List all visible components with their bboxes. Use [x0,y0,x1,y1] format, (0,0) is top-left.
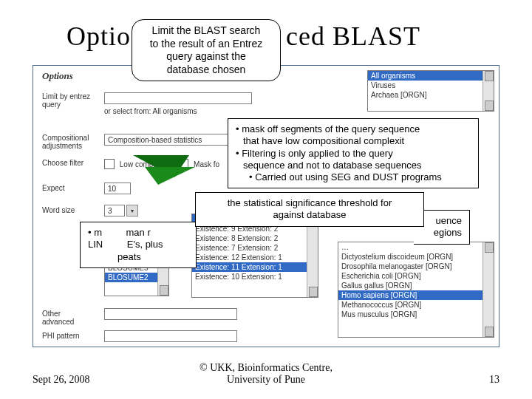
word-value: 3 [108,207,112,215]
pointer-triangle [145,167,195,185]
title-back: ced BLAST [286,21,420,51]
callout-line: LIN E's, plus [88,239,188,250]
word-wrap: 3 ▾ [104,205,138,216]
callout-line: sequence and not to database sequences [236,160,471,171]
options-header: Options [42,70,73,82]
footer-center: © UKK, Bioinformatics Centre, University… [0,362,532,386]
label-other: Other advanced [42,310,94,326]
scrollbar[interactable] [307,214,318,297]
list-item[interactable]: Homo sapiens [ORGN] [338,290,494,300]
callout-line: • mask off segments of the query sequenc… [236,123,471,135]
limit-input-wrap [104,92,252,106]
callout-repeats: • m man r LIN E's, plus peats [80,222,197,268]
label-mask: Mask fo [194,160,219,168]
label-expect: Expect [42,184,94,192]
list-item[interactable]: Dictyostelium discoideum [ORGN] [338,252,494,262]
callout-line: peats [88,251,188,263]
comp-value: Composition-based statistics [108,136,202,144]
frag: E's, plus [127,239,163,250]
organism-listbox-bottom[interactable]: … Dictyostelium discoideum [ORGN] Drosop… [338,242,494,338]
label-limit: Limit by entrez query [42,92,94,109]
footer-page: 13 [489,374,499,386]
checkbox-lowcomplexity[interactable] [104,159,115,169]
list-item[interactable]: Existence: 8 Extension: 2 [192,233,318,243]
list-item[interactable]: Mus musculus [ORGN] [338,310,494,319]
dropdown-icon[interactable]: ▾ [126,205,138,216]
list-item[interactable]: Viruses [368,81,494,90]
callout-line: egions [421,227,462,239]
callout-line: query against the [140,50,273,64]
callout-line: uence [421,215,462,227]
expect-input[interactable]: 10 [104,183,131,194]
frag: • m [88,227,102,238]
callout-line: the statistical significance threshold f… [203,197,416,209]
callout-line: that have low compositional complexit [236,135,471,147]
list-item[interactable]: Gallus gallus [ORGN] [338,281,494,290]
phi-wrap [104,330,237,344]
frag: man r [126,227,151,238]
callout-stat: the statistical significance threshold f… [195,192,424,227]
comp-select[interactable]: Composition-based statistics [104,134,237,146]
entrez-query-input[interactable] [104,92,252,104]
footer-center-1: © UKK, Bioinformatics Centre, [200,362,332,373]
list-item[interactable]: Methanococcus [ORGN] [338,300,494,310]
list-item[interactable]: All organisms [368,71,494,81]
callout-line: Limit the BLAST search [140,24,273,38]
title-front: Optio [66,21,131,51]
callout-line: to the result of an Entrez [140,38,273,51]
list-item[interactable]: Existence: 10 Extension: 1 [192,272,318,282]
label-filter: Choose filter [42,159,94,167]
phi-input[interactable] [104,330,237,342]
list-item[interactable]: Drosophila melanogaster [ORGN] [338,262,494,271]
list-item[interactable]: Existence: 11 Extension: 1 [192,262,318,272]
organism-listbox-top[interactable]: All organisms Viruses Archaea [ORGN] [367,70,494,112]
label-comp: Compositional adjustments [42,134,94,150]
other-input[interactable] [104,308,237,320]
list-item[interactable]: Archaea [ORGN] [368,90,494,100]
callout-mask: • mask off segments of the query sequenc… [228,118,479,188]
list-item[interactable]: Existence: 7 Extension: 2 [192,243,318,253]
callout-line: • m man r [88,227,188,239]
scrollbar[interactable] [482,71,494,111]
frag: LIN [88,239,103,250]
label-word: Word size [42,206,94,214]
list-item[interactable]: Existence: 12 Extension: 1 [192,253,318,262]
label-phi: PHI pattern [42,332,94,340]
expect-wrap: 10 [104,183,131,194]
list-item[interactable]: Escherichia coli [ORGN] [338,271,494,281]
slide: Optio ns for advan ced BLAST Options Lim… [0,0,532,399]
footer-center-2: University of Pune [227,374,305,385]
callout-line: against database [203,209,416,221]
scrollbar[interactable] [482,242,494,337]
callout-line: database chosen [140,64,273,77]
word-select[interactable]: 3 [104,205,125,216]
callout-limit: Limit the BLAST search to the result of … [132,19,281,81]
callout-line: • Carried out using SEG and DUST program… [236,171,471,183]
callout-line: • Filtering is only applied to the query [236,148,471,160]
limit-select-text: or select from: All organisms [104,107,197,115]
expect-value: 10 [108,185,116,193]
other-wrap [104,308,237,321]
